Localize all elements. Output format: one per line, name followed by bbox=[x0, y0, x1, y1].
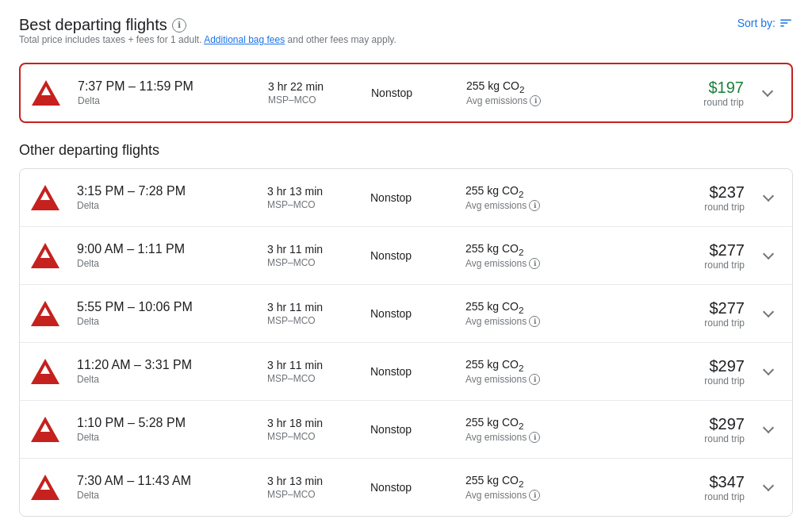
delta-logo bbox=[31, 301, 59, 326]
flight-airline: Delta bbox=[77, 432, 251, 443]
flight-stops-section: Nonstop bbox=[370, 307, 450, 320]
subtitle-start: Total price includes taxes + fees for 1 … bbox=[19, 34, 201, 45]
best-flight-time: 7:37 PM – 11:59 PM bbox=[78, 79, 252, 94]
emissions-info-icon[interactable]: ℹ bbox=[529, 200, 540, 211]
flight-route: MSP–MCO bbox=[267, 373, 354, 384]
airline-logo bbox=[29, 356, 61, 387]
flight-duration: 3 hr 13 min bbox=[267, 185, 354, 198]
flight-route: MSP–MCO bbox=[267, 431, 354, 442]
delta-logo bbox=[32, 80, 60, 106]
flight-stops: Nonstop bbox=[370, 191, 450, 204]
flight-price-type: round trip bbox=[704, 202, 745, 213]
emissions-info-icon[interactable]: ℹ bbox=[529, 316, 540, 327]
emissions-info-icon[interactable]: ℹ bbox=[529, 490, 540, 501]
page-title: Best departing flights ℹ bbox=[19, 16, 396, 34]
chevron-down-icon bbox=[763, 190, 774, 202]
best-flight-duration: 3 hr 22 min bbox=[268, 80, 355, 93]
best-flight-stops: Nonstop bbox=[371, 87, 450, 99]
emissions-info-icon[interactable]: ℹ bbox=[529, 258, 540, 269]
flight-price-section: $277 round trip bbox=[704, 241, 745, 271]
flight-row[interactable]: 7:30 AM – 11:43 AM Delta 3 hr 13 min MSP… bbox=[20, 459, 792, 516]
chevron-down-icon bbox=[763, 248, 774, 260]
best-flight-price-type: round trip bbox=[703, 97, 744, 108]
flight-avg-emissions: Avg emissions ℹ bbox=[465, 374, 592, 385]
flight-price-type: round trip bbox=[704, 491, 745, 502]
flight-avg-emissions: Avg emissions ℹ bbox=[465, 200, 592, 211]
flight-price: $277 bbox=[704, 299, 745, 317]
bag-fees-link[interactable]: Additional bag fees bbox=[204, 34, 285, 45]
flight-row[interactable]: 5:55 PM – 10:06 PM Delta 3 hr 11 min MSP… bbox=[20, 285, 792, 343]
flight-price-section: $237 round trip bbox=[704, 183, 745, 213]
chevron-down-icon bbox=[763, 422, 774, 433]
flight-expand-button[interactable] bbox=[754, 183, 783, 212]
flight-time-section: 3:15 PM – 7:28 PM Delta bbox=[77, 184, 251, 211]
flight-row[interactable]: 9:00 AM – 1:11 PM Delta 3 hr 11 min MSP–… bbox=[20, 227, 792, 285]
flight-row[interactable]: 3:15 PM – 7:28 PM Delta 3 hr 13 min MSP–… bbox=[20, 169, 792, 227]
flight-duration: 3 hr 13 min bbox=[267, 475, 354, 487]
other-flights-list: 3:15 PM – 7:28 PM Delta 3 hr 13 min MSP–… bbox=[19, 168, 793, 517]
best-flight-price: $197 bbox=[703, 79, 744, 97]
flight-row[interactable]: 1:10 PM – 5:28 PM Delta 3 hr 18 min MSP–… bbox=[20, 401, 792, 459]
flight-stops: Nonstop bbox=[370, 307, 450, 320]
flight-price: $297 bbox=[704, 415, 745, 433]
airline-logo bbox=[29, 471, 61, 503]
flight-stops-section: Nonstop bbox=[370, 365, 450, 378]
best-flight-airline-logo bbox=[30, 77, 62, 109]
flight-price-type: round trip bbox=[704, 375, 745, 387]
flight-expand-button[interactable] bbox=[754, 357, 783, 386]
flight-route: MSP–MCO bbox=[267, 315, 354, 326]
flight-emissions-value: 255 kg CO2 bbox=[465, 184, 592, 199]
best-flight-expand-button[interactable] bbox=[753, 79, 782, 107]
flight-emissions-section: 255 kg CO2 Avg emissions ℹ bbox=[465, 242, 592, 270]
best-flight-card[interactable]: 7:37 PM – 11:59 PM Delta 3 hr 22 min MSP… bbox=[19, 63, 793, 123]
flight-row[interactable]: 11:20 AM – 3:31 PM Delta 3 hr 11 min MSP… bbox=[20, 343, 792, 401]
emissions-info-icon[interactable]: ℹ bbox=[530, 95, 541, 106]
flight-emissions-section: 255 kg CO2 Avg emissions ℹ bbox=[465, 474, 592, 502]
flight-price-type: round trip bbox=[704, 317, 745, 329]
flight-expand-button[interactable] bbox=[754, 299, 783, 328]
best-flight-emissions-value: 255 kg CO2 bbox=[466, 79, 593, 94]
flight-price: $297 bbox=[704, 357, 745, 375]
sort-icon bbox=[779, 16, 793, 30]
best-flight-emissions-section: 255 kg CO2 Avg emissions ℹ bbox=[466, 79, 593, 107]
flight-emissions-value: 255 kg CO2 bbox=[465, 416, 592, 431]
flight-expand-button[interactable] bbox=[754, 415, 783, 444]
flight-expand-button[interactable] bbox=[754, 473, 783, 502]
flight-airline: Delta bbox=[77, 374, 251, 385]
flight-emissions-value: 255 kg CO2 bbox=[465, 242, 592, 257]
delta-logo bbox=[31, 417, 59, 442]
subtitle-end: and other fees may apply. bbox=[288, 34, 396, 45]
delta-logo bbox=[31, 475, 59, 500]
flight-price: $237 bbox=[704, 183, 745, 202]
flight-duration-section: 3 hr 13 min MSP–MCO bbox=[267, 475, 354, 500]
delta-logo bbox=[31, 359, 59, 384]
flight-emissions-section: 255 kg CO2 Avg emissions ℹ bbox=[465, 416, 592, 444]
flight-duration-section: 3 hr 11 min MSP–MCO bbox=[267, 301, 354, 326]
flight-expand-button[interactable] bbox=[754, 241, 783, 270]
flight-duration: 3 hr 11 min bbox=[267, 359, 354, 371]
flight-time-section: 11:20 AM – 3:31 PM Delta bbox=[77, 358, 251, 385]
flight-duration-section: 3 hr 18 min MSP–MCO bbox=[267, 417, 354, 442]
flight-stops: Nonstop bbox=[370, 365, 450, 378]
emissions-info-icon[interactable]: ℹ bbox=[529, 432, 540, 443]
title-text: Best departing flights bbox=[19, 16, 167, 34]
info-icon[interactable]: ℹ bbox=[172, 18, 186, 33]
other-flights-title: Other departing flights bbox=[19, 142, 793, 159]
flight-emissions-section: 255 kg CO2 Avg emissions ℹ bbox=[465, 184, 592, 212]
flight-duration: 3 hr 11 min bbox=[267, 243, 354, 256]
flight-airline: Delta bbox=[77, 490, 251, 501]
flight-route: MSP–MCO bbox=[267, 257, 354, 268]
flight-time-section: 5:55 PM – 10:06 PM Delta bbox=[77, 300, 251, 327]
flight-duration-section: 3 hr 11 min MSP–MCO bbox=[267, 243, 354, 268]
flight-price: $277 bbox=[704, 241, 745, 260]
flight-price-type: round trip bbox=[704, 433, 745, 444]
emissions-info-icon[interactable]: ℹ bbox=[529, 374, 540, 385]
sort-by-button[interactable]: Sort by: bbox=[737, 16, 793, 30]
airline-logo bbox=[29, 182, 61, 213]
delta-logo bbox=[31, 185, 59, 210]
flight-stops-section: Nonstop bbox=[370, 249, 450, 262]
chevron-down-icon bbox=[763, 306, 774, 317]
best-flight-avg-emissions: Avg emissions ℹ bbox=[466, 95, 593, 106]
flight-price-section: $277 round trip bbox=[704, 299, 745, 329]
flight-stops-section: Nonstop bbox=[370, 423, 450, 436]
